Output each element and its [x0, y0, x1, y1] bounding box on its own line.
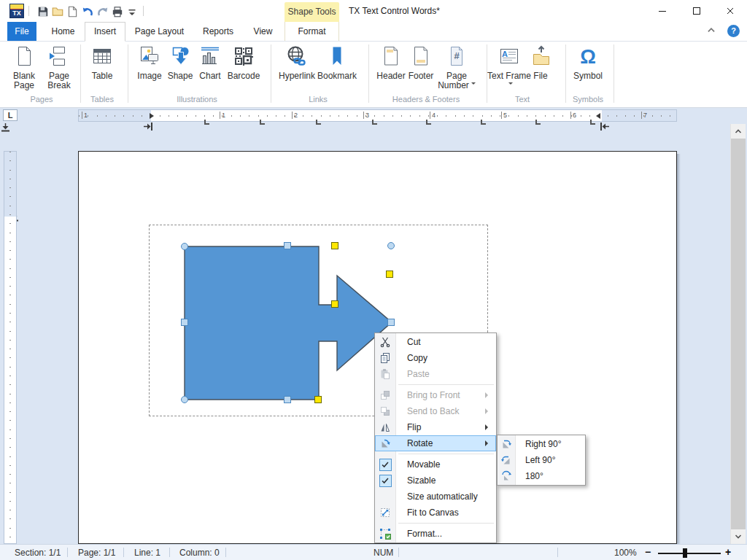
menu-item-bring-to-front[interactable]: Bring to Front — [375, 387, 496, 403]
contextual-tab-group: Shape Tools — [285, 2, 339, 22]
svg-text:#: # — [454, 50, 460, 61]
open-folder-icon — [51, 5, 64, 18]
fit-to-canvas-icon — [379, 507, 391, 518]
vertical-ruler[interactable] — [4, 151, 17, 544]
zoom-out-button[interactable]: − — [645, 546, 651, 558]
qat-customize-button[interactable] — [125, 5, 139, 18]
tab-view[interactable]: View — [243, 22, 283, 41]
horizontal-ruler[interactable]: 1 1 2 3 4 5 6 7 — [78, 109, 677, 122]
file-import-icon — [530, 44, 553, 68]
left-indent-marker[interactable] — [150, 113, 157, 119]
menu-item-movable[interactable]: Movable — [375, 456, 496, 472]
submenu-item-right-90[interactable]: Right 90° — [498, 436, 585, 452]
undo-icon — [81, 5, 94, 18]
symbol-omega-icon: Ω — [576, 44, 600, 68]
zoom-slider-thumb[interactable] — [683, 548, 687, 558]
svg-text:Ω: Ω — [580, 46, 596, 68]
vertical-scrollbar[interactable] — [730, 124, 746, 544]
tab-selector-button[interactable]: L — [3, 109, 18, 121]
ribbon-tab-row: File Home Insert Page Layout Reports Vie… — [0, 22, 747, 42]
menu-item-fit-to-canvas[interactable]: Fit to Canvas — [375, 505, 496, 521]
status-page: Page: 1/1 — [78, 548, 115, 558]
minimize-button[interactable] — [650, 0, 675, 22]
button-label: Page Break — [42, 71, 76, 90]
tab-stop-mark — [260, 120, 265, 125]
print-button[interactable] — [111, 5, 124, 18]
group-label-headers-footers: Headers & Footers — [392, 95, 460, 104]
menu-item-rotate[interactable]: Rotate — [375, 435, 496, 451]
menu-item-size-automatically[interactable]: Size automatically — [375, 489, 496, 505]
submenu-arrow-icon — [485, 408, 491, 414]
ruler-number: 6 — [570, 112, 576, 119]
menu-separator — [398, 454, 494, 454]
vertical-indent-marker[interactable] — [1, 122, 9, 133]
close-button[interactable] — [718, 0, 743, 22]
submenu-item-180[interactable]: 180° — [498, 468, 585, 484]
barcode-icon — [232, 44, 255, 68]
flip-icon — [379, 421, 391, 433]
app-logo-icon[interactable]: TX — [9, 4, 24, 18]
separator — [169, 548, 170, 557]
menu-item-send-to-back[interactable]: Send to Back — [375, 403, 496, 419]
maximize-button[interactable] — [684, 0, 709, 22]
right-margin-marker[interactable] — [598, 122, 610, 131]
header-icon — [379, 44, 403, 68]
first-line-indent-marker[interactable] — [143, 122, 155, 131]
barcode-button[interactable]: Barcode — [225, 44, 263, 105]
menu-item-sizable[interactable]: Sizable — [375, 472, 496, 489]
redo-button[interactable] — [96, 5, 109, 18]
help-button[interactable]: ? — [727, 25, 740, 37]
group-separator — [368, 44, 369, 103]
maximize-icon — [692, 7, 701, 15]
scrollbar-thumb[interactable] — [731, 139, 746, 529]
group-separator — [128, 44, 128, 103]
collapse-ribbon-button[interactable] — [706, 25, 721, 38]
rotate-right-icon — [500, 438, 512, 450]
image-icon — [138, 44, 161, 68]
menu-item-cut[interactable]: Cut — [375, 334, 496, 350]
tab-insert[interactable]: Insert — [85, 22, 125, 42]
button-label: Hyperlink — [274, 71, 320, 81]
rotate-submenu: Right 90° Left 90° 180° — [497, 435, 586, 486]
button-label: Page Number — [436, 71, 477, 90]
chevron-up-icon — [735, 128, 742, 135]
new-page-icon — [66, 5, 79, 18]
menu-item-format[interactable]: Format... — [375, 526, 496, 542]
tab-format[interactable]: Format — [285, 22, 339, 41]
svg-text:A: A — [502, 50, 508, 58]
scroll-down-button[interactable] — [731, 529, 746, 544]
status-line: Line: 1 — [134, 548, 160, 558]
undo-button[interactable] — [81, 5, 94, 18]
app-window: TX Shape Tools TX Text Control Words* — [0, 0, 747, 560]
group-separator — [614, 44, 614, 103]
tab-page-layout[interactable]: Page Layout — [125, 22, 193, 41]
minimize-icon — [658, 7, 667, 15]
tab-reports[interactable]: Reports — [193, 22, 243, 41]
status-column: Column: 0 — [179, 548, 220, 558]
zoom-slider-track[interactable] — [658, 553, 721, 554]
submenu-item-left-90[interactable]: Left 90° — [498, 452, 585, 468]
tab-stop-mark — [372, 120, 377, 125]
right-indent-marker[interactable] — [593, 113, 600, 119]
file-insert-button[interactable]: File — [530, 44, 551, 105]
ribbon: Blank Page Page Break Table Image Shape … — [0, 42, 747, 108]
open-button[interactable] — [51, 5, 64, 18]
arrow-shape[interactable] — [185, 246, 392, 400]
rotate-180-icon — [500, 470, 512, 482]
separator — [28, 6, 29, 16]
scroll-up-button[interactable] — [731, 124, 746, 139]
menu-item-flip[interactable]: Flip — [375, 419, 496, 435]
zoom-in-button[interactable]: + — [725, 546, 731, 558]
menu-item-paste[interactable]: Paste — [375, 366, 496, 382]
menu-item-copy[interactable]: Copy — [375, 350, 496, 366]
separator — [398, 548, 399, 557]
tab-file[interactable]: File — [7, 22, 36, 41]
dropdown-arrow-icon — [471, 82, 476, 87]
new-document-button[interactable] — [66, 5, 79, 18]
save-button[interactable] — [36, 5, 50, 18]
button-label: Chart — [196, 71, 225, 81]
tab-stop-mark — [590, 120, 595, 125]
shape-context-menu: Cut Copy Paste Bring to Front Send to Ba… — [374, 332, 497, 543]
image-button[interactable]: Image — [133, 44, 166, 105]
tab-home[interactable]: Home — [42, 22, 84, 41]
